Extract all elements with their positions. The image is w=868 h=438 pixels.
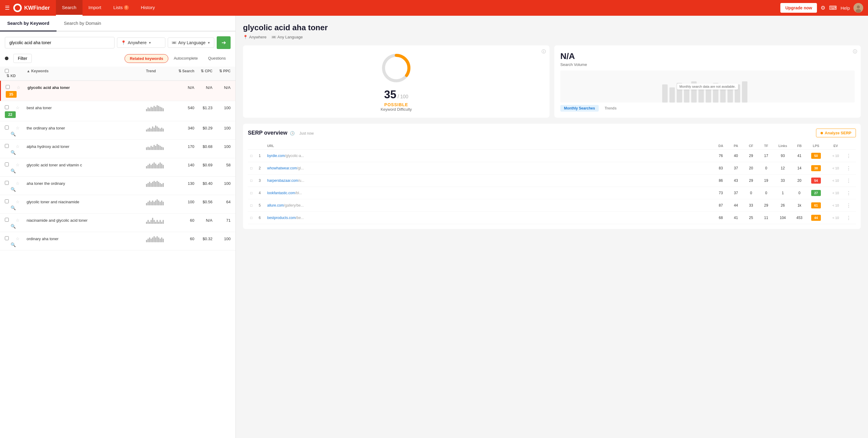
row-checkbox[interactable] — [5, 218, 16, 223]
table-row[interactable]: ☆ aha toner the ordinary 130 $0.40 100 🔍 — [0, 177, 236, 195]
row-checkbox[interactable] — [5, 144, 16, 149]
serp-more-icon[interactable]: ⋮ — [846, 153, 854, 159]
serp-more-icon[interactable]: ⋮ — [846, 190, 854, 196]
user-avatar[interactable] — [854, 3, 863, 13]
tab-search-by-domain[interactable]: Search by Domain — [57, 16, 108, 31]
kd-score: 35 — [384, 88, 396, 101]
row-checkbox[interactable] — [5, 105, 16, 110]
kw-tab-questions[interactable]: Questions — [203, 54, 230, 63]
row-star-icon[interactable]: ☆ — [16, 199, 27, 204]
row-cpc-value: $0.68 — [194, 144, 213, 149]
table-row[interactable]: ☆ best aha toner 540 $1.23 100 22 — [0, 101, 236, 121]
row-checkbox[interactable] — [6, 85, 17, 90]
row-star-icon[interactable]: ☆ — [16, 218, 27, 223]
keyword-type-tabs: Related keywords Autocomplete Questions — [125, 54, 230, 63]
row-star-icon[interactable]: ☆ — [16, 125, 27, 130]
header-kd[interactable]: ⇅ KD — [5, 74, 16, 78]
row-cpc-value: $0.29 — [194, 126, 213, 130]
table-row[interactable]: ☆ niacinamide and glycolic acid toner 60… — [0, 213, 236, 232]
header-search[interactable]: ⇅ Search — [170, 69, 194, 74]
serp-row[interactable]: □ 5 allure.com/gallery/be... 87 44 33 29… — [248, 199, 856, 212]
serp-more-icon[interactable]: ⋮ — [846, 178, 854, 184]
search-input[interactable] — [5, 37, 115, 49]
table-row[interactable]: ☆ ordinary aha toner 60 $0.32 100 🔍 — [0, 232, 236, 251]
header-cpc[interactable]: ⇅ CPC — [194, 69, 213, 74]
serp-expand-icon[interactable]: □ — [250, 166, 259, 170]
row-star-icon[interactable]: ☆ — [16, 144, 27, 149]
kd-search-icon[interactable]: 🔍 — [10, 132, 16, 137]
filter-button[interactable]: Filter — [13, 54, 32, 63]
serp-expand-icon[interactable]: □ — [250, 178, 259, 183]
row-checkbox[interactable] — [5, 125, 16, 130]
nav-tab-lists[interactable]: Lists 0 — [107, 0, 135, 16]
serp-more-icon[interactable]: ⋮ — [846, 166, 854, 171]
serp-expand-icon[interactable]: □ — [250, 191, 259, 195]
table-row[interactable]: ☆ alpha hydroxy acid toner 170 $0.68 100… — [0, 140, 236, 158]
table-row[interactable]: ☆ glycolic toner and niacinamide 100 $0.… — [0, 195, 236, 213]
serp-url[interactable]: whowhatwear.com/gl... — [267, 166, 713, 170]
serp-row[interactable]: □ 6 bestproducts.com/be... 68 41 25 11 1… — [248, 212, 856, 224]
kd-search-icon[interactable]: 🔍 — [10, 169, 16, 173]
analyze-serp-button[interactable]: Analyze SERP — [816, 128, 856, 137]
kd-search-icon[interactable]: 🔍 — [10, 205, 16, 210]
kd-search-icon[interactable]: 🔍 — [10, 150, 16, 155]
sv-tab-monthly[interactable]: Monthly Searches — [560, 105, 599, 112]
language-selector[interactable]: AB Any Language ▼ — [168, 37, 214, 48]
header-ppc[interactable]: ⇅ PPC — [213, 69, 230, 74]
kw-tab-autocomplete[interactable]: Autocomplete — [169, 54, 203, 63]
upgrade-button[interactable]: Upgrade now — [780, 3, 817, 13]
sv-info-icon[interactable]: ⓘ — [853, 49, 857, 54]
search-button[interactable]: ➔ — [217, 36, 230, 49]
serp-row[interactable]: □ 2 whowhatwear.com/gl... 83 37 20 0 12 … — [248, 162, 856, 175]
table-row[interactable]: ☆ glycolic acid toner and vitamin c 140 … — [0, 158, 236, 177]
serp-row[interactable]: □ 1 byrdie.com/glycolic-a... 76 40 29 17… — [248, 150, 856, 162]
nav-tab-search[interactable]: Search — [56, 0, 83, 16]
settings-icon[interactable]: ⚙ — [820, 4, 826, 11]
kw-tab-related[interactable]: Related keywords — [125, 54, 168, 63]
sv-tab-trends[interactable]: Trends — [601, 105, 620, 112]
sv-label: Search Volume — [560, 62, 855, 67]
serp-url[interactable]: byrdie.com/glycolic-a... — [267, 154, 713, 158]
header-keyword[interactable]: ▲ Keywords — [27, 69, 146, 74]
nav-tab-history[interactable]: History — [135, 0, 161, 16]
header-checkbox[interactable] — [5, 69, 16, 74]
serp-expand-icon[interactable]: □ — [250, 216, 259, 220]
location-selector[interactable]: 📍 Anywhere ▼ — [117, 37, 165, 48]
serp-url[interactable]: harpersbazaar.com/u... — [267, 178, 713, 183]
row-checkbox[interactable] — [5, 181, 16, 186]
serp-url[interactable]: bestproducts.com/be... — [267, 216, 713, 220]
serp-row[interactable]: □ 3 harpersbazaar.com/u... 86 43 29 19 3… — [248, 175, 856, 187]
serp-tf: 0 — [758, 166, 774, 170]
kd-info-icon[interactable]: ⓘ — [541, 49, 546, 54]
nav-tab-import[interactable]: Import — [83, 0, 107, 16]
serp-expand-icon[interactable]: □ — [250, 203, 259, 207]
serp-expand-icon[interactable]: □ — [250, 154, 259, 158]
row-checkbox[interactable] — [5, 199, 16, 204]
language-label: Any Language — [178, 40, 206, 45]
row-star-icon[interactable]: ☆ — [16, 105, 27, 110]
keyboard-icon[interactable]: ⌨ — [829, 4, 837, 11]
table-row[interactable]: ☆ the ordinary aha toner 340 $0.29 100 🔍 — [0, 121, 236, 140]
row-star-icon[interactable]: ☆ — [17, 85, 28, 90]
logo[interactable]: KWFinder — [13, 4, 50, 12]
row-kd: 🔍 — [5, 242, 16, 247]
tab-search-by-keyword[interactable]: Search by Keyword — [0, 16, 57, 31]
serp-row[interactable]: □ 4 lookfantastic.com/bl... 73 37 0 0 1 … — [248, 187, 856, 199]
serp-more-icon[interactable]: ⋮ — [846, 203, 854, 208]
row-star-icon[interactable]: ☆ — [16, 163, 27, 167]
table-row[interactable]: ☆ glycolic acid aha toner N/A N/A N/A 35 — [0, 81, 236, 101]
serp-col-ev: EV — [825, 144, 846, 148]
row-checkbox[interactable] — [5, 236, 16, 241]
row-star-icon[interactable]: ☆ — [16, 236, 27, 241]
menu-icon[interactable]: ☰ — [5, 4, 10, 11]
kd-search-icon[interactable]: 🔍 — [10, 187, 16, 192]
serp-more-icon[interactable]: ⋮ — [846, 215, 854, 221]
kd-search-icon[interactable]: 🔍 — [10, 224, 16, 229]
serp-url[interactable]: lookfantastic.com/bl... — [267, 191, 713, 195]
kd-search-icon[interactable]: 🔍 — [10, 242, 16, 247]
kd-number-row: 35 / 100 — [384, 88, 408, 101]
row-star-icon[interactable]: ☆ — [16, 181, 27, 186]
serp-url[interactable]: allure.com/gallery/be... — [267, 203, 713, 207]
row-checkbox[interactable] — [5, 163, 16, 167]
help-menu[interactable]: Help — [840, 5, 850, 10]
